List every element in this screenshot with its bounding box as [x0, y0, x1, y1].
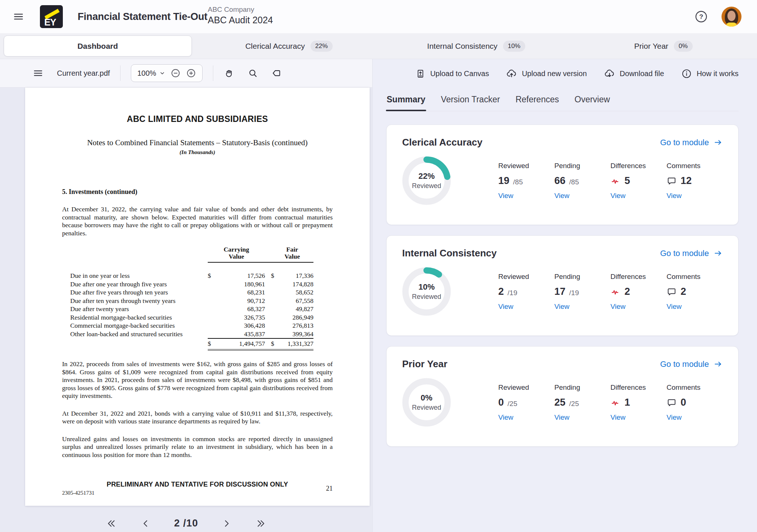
view-link[interactable]: View	[666, 192, 682, 200]
pdf-pagination: 2 /10	[0, 518, 372, 529]
go-to-module-link[interactable]: Go to module	[660, 359, 723, 369]
zoom-out-icon[interactable]	[170, 68, 181, 78]
tab-dashboard[interactable]: Dashboard	[4, 35, 192, 57]
upload-box-icon	[415, 69, 425, 79]
document-paragraph: At December 31, 2022, the carrying value…	[62, 205, 333, 237]
card-internal-consistency: Internal Consistency Go to module 10% Re…	[386, 235, 739, 336]
search-icon[interactable]	[247, 68, 258, 79]
go-to-module-link[interactable]: Go to module	[660, 138, 723, 147]
view-link[interactable]: View	[498, 192, 513, 200]
pdf-thumbnails-icon[interactable]	[33, 68, 44, 79]
user-avatar[interactable]	[722, 7, 741, 27]
pulse-icon	[611, 398, 621, 408]
svg-text:?: ?	[699, 13, 703, 20]
app-title: Financial Statement Tie-Out	[78, 11, 207, 23]
table-row: Due after ten years through twenty years…	[62, 297, 313, 305]
card-title: Internal Consistency	[402, 248, 497, 259]
stat-reviewed: Reviewed 2 /19 View	[498, 273, 554, 311]
engagement-name: ABC Audit 2024	[208, 15, 273, 25]
stat-reviewed: Reviewed 19 /85 View	[498, 162, 554, 200]
ey-logo: EY	[40, 5, 63, 28]
table-column-header: Fair Value	[271, 246, 313, 260]
view-link[interactable]: View	[611, 192, 626, 200]
view-link[interactable]: View	[554, 303, 570, 311]
document-number: 2305-4251731	[62, 490, 95, 496]
tab-clerical-accuracy[interactable]: Clerical Accuracy 22%	[196, 33, 383, 59]
document-page-number: 21	[326, 485, 333, 492]
card-prior-year: Prior Year Go to module 0% Reviewed Revi…	[386, 346, 739, 447]
app-header: EY Financial Statement Tie-Out ABC Compa…	[0, 0, 757, 33]
info-icon	[681, 68, 692, 79]
reviewed-donut-chart: 10% Reviewed	[402, 267, 451, 316]
menu-icon[interactable]	[13, 11, 24, 23]
how-it-works-button[interactable]: How it works	[681, 68, 739, 79]
panel-tab-version-tracker[interactable]: Version Tracker	[441, 95, 500, 111]
tab-internal-consistency[interactable]: Internal Consistency 10%	[383, 33, 570, 59]
panel-tab-summary[interactable]: Summary	[387, 95, 425, 111]
comment-icon	[666, 398, 677, 408]
pulse-icon	[611, 287, 621, 297]
svg-text:EY: EY	[44, 17, 57, 27]
engagement-info: ABC Company ABC Audit 2024	[208, 6, 273, 25]
tag-icon[interactable]	[271, 68, 282, 79]
help-icon[interactable]: ?	[694, 10, 708, 24]
download-file-button[interactable]: Download file	[604, 68, 664, 79]
pulse-icon	[611, 176, 621, 186]
first-page-icon[interactable]	[106, 518, 117, 529]
go-to-module-link[interactable]: Go to module	[660, 249, 723, 258]
table-row: Residential mortgage-backed securities 3…	[62, 313, 313, 322]
cloud-up-icon	[506, 68, 517, 79]
document-section-heading: 5. Investments (continued)	[62, 188, 333, 196]
zoom-in-icon[interactable]	[186, 68, 196, 78]
view-link[interactable]: View	[666, 413, 682, 422]
view-link[interactable]: View	[498, 303, 513, 311]
table-row: Due after one year through five years 18…	[62, 280, 313, 289]
stat-differences: Differences 5 View	[611, 162, 667, 200]
document-paragraph: At December 31, 2022 and 2021, bonds wit…	[62, 410, 333, 426]
panel-tab-overview[interactable]: Overview	[574, 95, 610, 111]
upload-new-version-button[interactable]: Upload new version	[506, 68, 587, 79]
zoom-level-select[interactable]: 100%	[137, 69, 165, 78]
previous-page-icon[interactable]	[140, 518, 151, 529]
document-title: ABC LIMITED AND SUBSIDIARIES	[62, 114, 333, 124]
toolbar-divider	[213, 65, 213, 81]
stat-pending: Pending 25 /25 View	[554, 383, 611, 422]
cloud-down-icon	[604, 68, 615, 79]
table-row: Commercial mortgage-backed securities 30…	[62, 321, 313, 330]
table-row: Due after five years through ten years 6…	[62, 288, 313, 297]
document-footer-note: PRELIMINARY AND TENTATIVE FOR DISCUSSION…	[62, 481, 333, 488]
comment-icon	[666, 176, 677, 186]
document-paragraph: Unrealized gains and losses on investmen…	[62, 435, 333, 459]
document-paragraph: In 2022, proceeds from sales of investme…	[62, 360, 333, 400]
view-link[interactable]: View	[498, 413, 513, 422]
reviewed-donut-chart: 22% Reviewed	[402, 156, 451, 205]
module-cards: Clerical Accuracy Go to module 22% Revie…	[386, 125, 739, 447]
toolbar-divider	[120, 65, 120, 81]
view-link[interactable]: View	[611, 413, 626, 422]
view-link[interactable]: View	[666, 303, 682, 311]
pdf-page: ABC LIMITED AND SUBSIDIARIES Notes to Co…	[25, 88, 370, 506]
view-link[interactable]: View	[554, 413, 570, 422]
zoom-controls: 100%	[131, 64, 202, 82]
table-row: Due in one year or less $17,526 $17,336	[62, 272, 313, 280]
stat-pending: Pending 66 /85 View	[554, 162, 611, 200]
view-link[interactable]: View	[554, 192, 570, 200]
next-page-icon[interactable]	[221, 518, 232, 529]
tab-prior-year[interactable]: Prior Year 0%	[570, 33, 757, 59]
pan-hand-icon[interactable]	[224, 68, 235, 79]
progress-badge: 10%	[503, 41, 525, 52]
arrow-right-icon	[713, 359, 723, 369]
stat-comments: Comments 12 View	[666, 162, 723, 200]
stat-differences: Differences 2 View	[611, 273, 667, 311]
card-clerical-accuracy: Clerical Accuracy Go to module 22% Revie…	[386, 125, 739, 225]
company-name: ABC Company	[208, 6, 273, 14]
panel-tab-bar: Summary Version Tracker References Overv…	[387, 95, 739, 111]
view-link[interactable]: View	[611, 303, 626, 311]
arrow-right-icon	[713, 249, 723, 258]
upload-to-canvas-button[interactable]: Upload to Canvas	[415, 69, 489, 79]
table-row: Other loan-backed and structured securit…	[62, 330, 313, 338]
document-subtitle: Notes to Combined Financial Statements –…	[62, 138, 333, 147]
last-page-icon[interactable]	[255, 518, 266, 529]
summary-panel: Upload to Canvas Upload new version Down…	[373, 59, 757, 532]
panel-tab-references[interactable]: References	[516, 95, 559, 111]
